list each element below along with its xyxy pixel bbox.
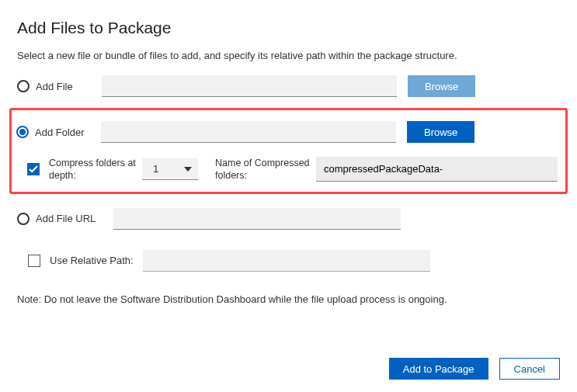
compress-row: Compress folders at depth: 1 Name of Com… [16,157,558,182]
compressed-name-label: Name of Compressed folders: [215,157,316,182]
add-file-url-radio[interactable] [17,213,30,225]
add-file-url-label: Add File URL [36,213,113,224]
add-file-row: Add File Browse [17,75,560,97]
add-folder-label: Add Folder [35,127,101,138]
compressed-name-input[interactable] [316,157,558,182]
add-file-url-row: Add File URL [17,208,560,230]
add-file-label: Add File [36,81,102,92]
dialog-subtitle: Select a new file or bundle of files to … [17,50,560,61]
compress-depth-dropdown[interactable]: 1 [142,158,198,180]
add-file-radio[interactable] [17,80,30,92]
compress-depth-value: 1 [153,163,158,175]
add-folder-row: Add Folder Browse [16,121,558,143]
add-folder-input[interactable] [101,121,396,143]
add-file-browse-button[interactable]: Browse [408,75,475,97]
cancel-button[interactable]: Cancel [499,358,560,380]
note-text: Note: Do not leave the Software Distribu… [17,293,560,305]
add-folder-highlight: Add Folder Browse Compress folders at de… [9,108,568,194]
add-folder-radio[interactable] [16,126,29,138]
check-icon [29,165,38,174]
add-file-input[interactable] [102,75,397,97]
dialog-footer: Add to Package Cancel [389,358,560,380]
compress-label: Compress folders at depth: [49,157,142,182]
use-relative-checkbox[interactable] [28,255,40,267]
chevron-down-icon [184,167,192,172]
add-to-package-button[interactable]: Add to Package [389,358,488,380]
dialog-title: Add Files to Package [17,19,560,37]
use-relative-input[interactable] [143,250,430,272]
add-folder-browse-button[interactable]: Browse [407,121,474,143]
use-relative-row: Use Relative Path: [17,250,560,272]
add-file-url-input[interactable] [113,208,401,230]
compress-checkbox[interactable] [27,163,40,175]
use-relative-label: Use Relative Path: [50,255,143,266]
